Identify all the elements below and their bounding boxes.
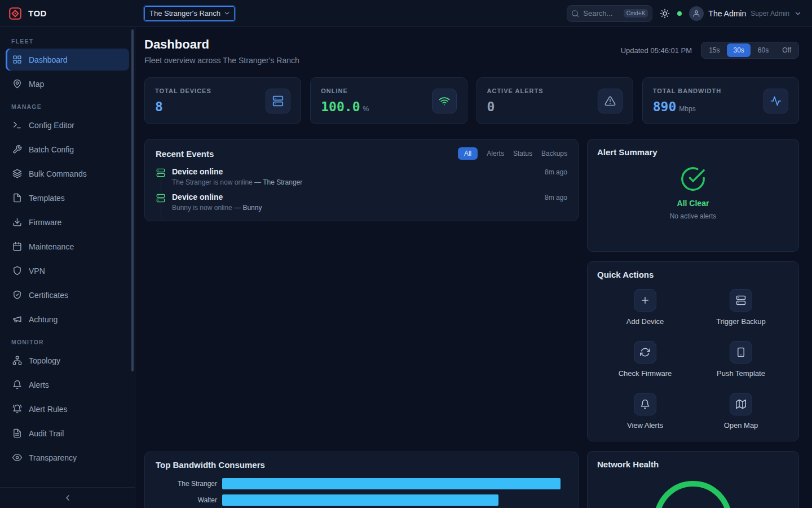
quick-action-open-map[interactable]: Open Map [693,393,789,430]
stats-row: TOTAL DEVICES 8 ONLINE 100.0% ACTIVE ALE… [144,77,799,124]
chevron-down-icon [794,10,802,17]
sidebar-section-fleet: FLEET [11,38,123,45]
timeline-connector [161,179,161,192]
events-filter-status[interactable]: Status [513,150,532,157]
refresh-option-30s[interactable]: 30s [727,43,750,57]
sidebar-item-bulk-commands[interactable]: Bulk Commands [6,163,129,185]
org-selector-value: The Stranger's Ranch [149,9,220,17]
timeline-connector [161,205,161,218]
stat-card-total-bandwidth: TOTAL BANDWIDTH 890Mbps [642,77,799,124]
sidebar-item-label: VPN [29,266,45,275]
event-item[interactable]: Device online8m ago The Stranger is now … [156,167,567,192]
sun-icon [660,8,670,19]
event-item[interactable]: Device online8m ago Bunny is now online … [156,192,567,218]
event-time: 8m ago [545,194,567,202]
search-input[interactable]: Search... Cmd+K [567,5,652,22]
events-filter-all[interactable]: All [458,147,478,160]
header-right: Search... Cmd+K The Admin Super Admin [567,5,812,22]
bar-track [222,494,567,506]
alert-triangle-icon [604,95,616,107]
quick-action-view-alerts[interactable]: View Alerts [597,393,693,430]
event-title: Device online [172,192,223,202]
bell-icon [12,380,22,389]
refresh-option-off[interactable]: Off [776,43,797,57]
stat-value: 890Mbps [653,99,721,114]
quick-action-check-firmware[interactable]: Check Firmware [597,341,693,378]
quick-actions-title: Quick Actions [597,270,789,279]
events-filter-alerts[interactable]: Alerts [487,150,504,157]
sidebar-item-label: Topology [29,356,60,365]
sidebar-item-label: Transparency [29,453,77,462]
sidebar-item-maintenance[interactable]: Maintenance [6,235,129,257]
chevron-left-icon [63,493,72,502]
sidebar-item-dashboard[interactable]: Dashboard [6,49,129,71]
chevron-down-icon [223,10,231,17]
sidebar-scrollbar[interactable] [131,29,134,371]
user-name: The Admin [708,9,746,18]
bar [222,494,498,506]
refresh-option-60s[interactable]: 60s [752,43,775,57]
alert-detail: No active alerts [670,212,717,220]
sidebar-item-alert-rules[interactable]: Alert Rules [6,398,129,420]
sidebar-item-label: Batch Config [29,145,74,154]
event-description: The Stranger is now online — The Strange… [172,178,567,186]
eye-icon [12,453,22,462]
sidebar-item-label: Templates [29,194,65,203]
sidebar-collapse-button[interactable] [0,487,135,508]
event-title: Device online [172,167,223,176]
bar [222,478,561,489]
search-icon [571,10,579,17]
plus-icon [640,295,650,305]
sidebar-item-transparency[interactable]: Transparency [6,446,129,468]
event-device: — The Stranger [254,178,302,186]
quick-action-push-template[interactable]: Push Template [693,341,789,378]
alert-summary-title: Alert Summary [597,147,789,157]
recent-events-title: Recent Events [156,149,214,159]
stat-value: 100.0% [321,99,369,114]
sidebar-item-label: Dashboard [29,55,68,64]
sidebar-item-achtung[interactable]: Achtung [6,308,129,330]
sidebar-item-vpn[interactable]: VPN [6,260,129,282]
quick-action-add-device[interactable]: Add Device [597,289,693,326]
sidebar-item-topology[interactable]: Topology [6,349,129,371]
sidebar-item-alerts[interactable]: Alerts [6,374,129,396]
event-device: — Bunny [234,204,262,212]
terminal-icon [12,120,22,130]
file-icon [12,193,22,203]
bar-label: Walter [156,496,222,504]
sidebar-item-config-editor[interactable]: Config Editor [6,114,129,136]
search-placeholder: Search... [583,9,612,17]
sidebar-item-batch-config[interactable]: Batch Config [6,138,129,160]
sidebar-item-label: Alert Rules [29,405,67,414]
shield-check-icon [12,290,22,300]
stat-iconbox [598,89,623,113]
org-selector[interactable]: The Stranger's Ranch [144,6,235,21]
theme-toggle-button[interactable] [660,8,670,19]
sidebar-item-map[interactable]: Map [6,73,129,95]
refresh-interval-group: 15s30s60sOff [701,42,799,59]
megaphone-icon [12,314,22,324]
network-health-card: Network Health 100 [587,451,799,508]
sidebar-nav: FLEETDashboardMapMANAGEConfig EditorBatc… [0,27,135,487]
sidebar-item-label: Bulk Commands [29,169,87,178]
refresh-option-15s[interactable]: 15s [703,43,726,57]
sidebar-item-label: Achtung [29,315,58,324]
sidebar-item-label: Audit Trail [29,429,64,438]
quick-action-trigger-backup[interactable]: Trigger Backup [693,289,789,326]
sidebar-item-firmware[interactable]: Firmware [6,211,129,233]
user-icon [692,10,700,17]
sidebar-item-audit-trail[interactable]: Audit Trail [6,422,129,444]
user-menu[interactable]: The Admin Super Admin [689,6,802,21]
stat-card-total-devices: TOTAL DEVICES 8 [144,77,301,124]
stat-iconbox [432,89,457,113]
stat-unit: Mbps [679,105,695,113]
events-list: Device online8m ago The Stranger is now … [156,167,567,218]
sidebar-item-certificates[interactable]: Certificates [6,284,129,306]
sidebar-item-templates[interactable]: Templates [6,187,129,209]
network-health-gauge: 100 [654,481,732,508]
quick-action-iconbox [634,393,656,415]
stat-unit: % [363,105,369,113]
events-filter-backups[interactable]: Backups [541,150,567,157]
bandwidth-chart-title: Top Bandwidth Consumers [156,460,567,470]
bar-track [222,478,567,489]
